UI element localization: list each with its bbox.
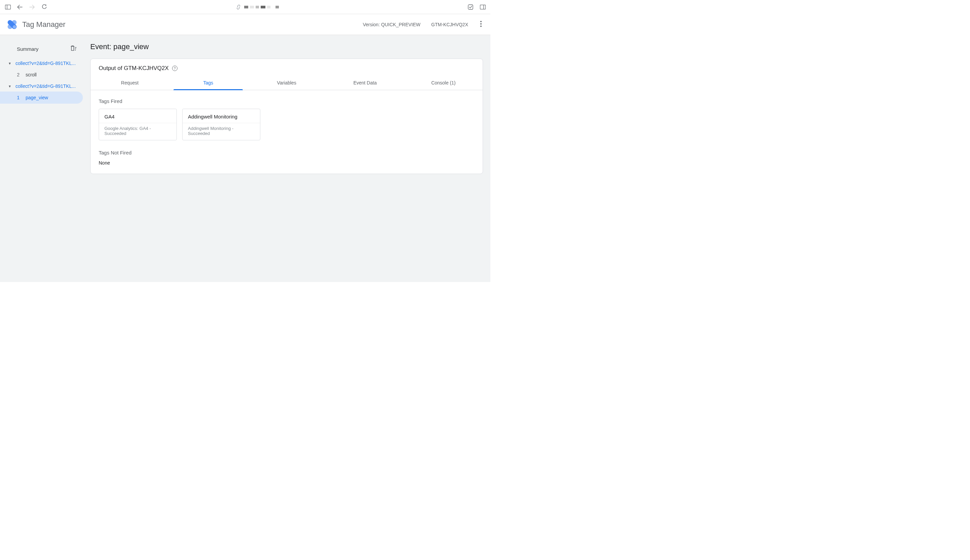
svg-point-8: [480, 21, 482, 22]
tab-event-data[interactable]: Event Data: [326, 76, 404, 90]
tree-child-label: scroll: [25, 72, 37, 77]
reload-icon[interactable]: [41, 4, 47, 10]
tab-variables[interactable]: Variables: [248, 76, 326, 90]
tree-child-num: 1: [16, 95, 20, 100]
app-header: Tag Manager Version: QUICK_PREVIEW GTM-K…: [0, 14, 490, 35]
tree-group-label: collect?v=2&tid=G-891TKL...: [15, 83, 76, 89]
sidebar-toggle-icon[interactable]: [5, 4, 11, 10]
address-area: [236, 5, 279, 9]
svg-rect-3: [480, 5, 485, 9]
tabs: Request Tags Variables Event Data Consol…: [90, 76, 483, 90]
tag-card-title: GA4: [99, 109, 176, 123]
tag-card-ga4[interactable]: GA4 Google Analytics: GA4 - Succeeded: [99, 109, 177, 140]
tree-child-scroll[interactable]: 2 scroll: [0, 68, 83, 81]
output-panel: Output of GTM-KCJHVQ2X ? Request Tags Va…: [90, 58, 483, 174]
tree-group-0[interactable]: ▼ collect?v=2&tid=G-891TKL...: [0, 58, 84, 68]
summary-label: Summary: [17, 46, 38, 52]
svg-point-9: [480, 23, 482, 25]
summary-row[interactable]: Summary: [0, 42, 84, 56]
sidebar: Summary ▼ collect?v=2&tid=G-891TKL... 2 …: [0, 35, 84, 282]
clear-icon[interactable]: [70, 45, 77, 52]
tags-not-fired-heading: Tags Not Fired: [99, 150, 475, 155]
tag-manager-logo-icon: [7, 20, 17, 29]
more-vert-icon[interactable]: [479, 20, 483, 30]
panel-title: Output of GTM-KCJHVQ2X: [99, 65, 169, 72]
svg-rect-2: [468, 5, 473, 9]
forward-icon: [29, 4, 35, 10]
tree-child-num: 2: [16, 72, 20, 77]
help-icon[interactable]: ?: [172, 66, 177, 71]
tag-card-title: Addingwell Monitoring: [182, 109, 260, 123]
tab-console[interactable]: Console (1): [404, 76, 483, 90]
panel-right-icon[interactable]: [480, 4, 486, 10]
tag-card-subtitle: Google Analytics: GA4 - Succeeded: [99, 123, 176, 140]
tab-request[interactable]: Request: [90, 76, 169, 90]
svg-rect-0: [5, 5, 10, 9]
link-icon: [236, 5, 241, 9]
back-icon[interactable]: [17, 4, 23, 10]
extension-icon[interactable]: [467, 4, 473, 10]
svg-point-7: [13, 25, 16, 28]
tree-group-label: collect?v=2&tid=G-891TKL...: [15, 61, 76, 66]
chevron-down-icon: ▼: [8, 85, 12, 88]
tree-child-pageview[interactable]: 1 page_view: [0, 92, 83, 104]
tags-fired-heading: Tags Fired: [99, 98, 475, 104]
version-label: Version: QUICK_PREVIEW: [363, 22, 420, 27]
tag-card-subtitle: Addingwell Monitoring - Succeeded: [182, 123, 260, 140]
svg-point-10: [480, 25, 482, 27]
tab-tags[interactable]: Tags: [169, 76, 248, 90]
tags-not-fired-text: None: [99, 160, 475, 165]
tree-group-1[interactable]: ▼ collect?v=2&tid=G-891TKL...: [0, 81, 84, 92]
tag-card-addingwell[interactable]: Addingwell Monitoring Addingwell Monitor…: [182, 109, 260, 140]
content-area: Event: page_view Output of GTM-KCJHVQ2X …: [84, 35, 490, 282]
app-title: Tag Manager: [22, 20, 357, 29]
tree-child-label: page_view: [25, 95, 48, 100]
browser-toolbar: [0, 0, 490, 14]
event-title: Event: page_view: [90, 42, 483, 51]
container-id-label[interactable]: GTM-KCJHVQ2X: [431, 22, 468, 27]
chevron-down-icon: ▼: [8, 62, 12, 65]
